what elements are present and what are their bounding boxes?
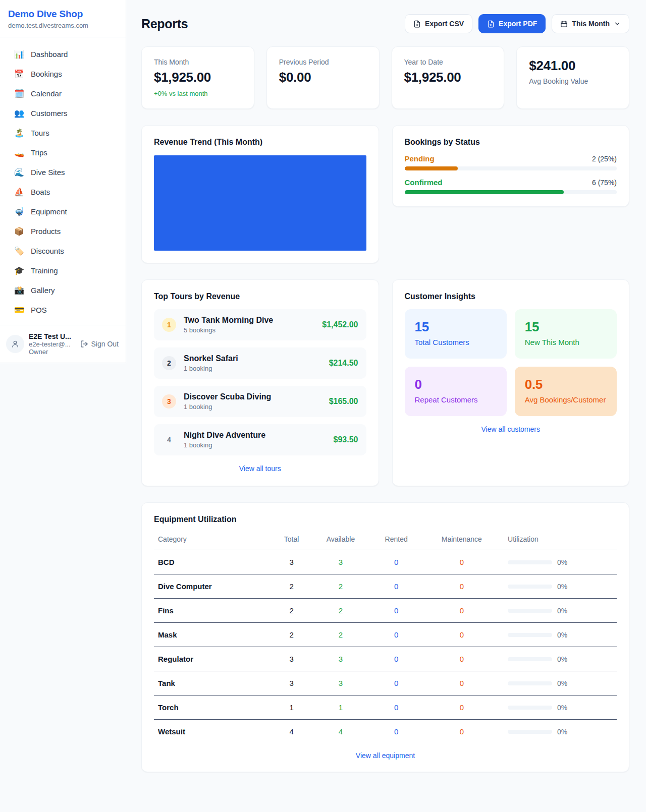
user-name: E2E Test U... [29, 332, 76, 340]
status-bar-fill [405, 166, 458, 170]
nav-item-icon: 🌊 [14, 167, 24, 177]
rank-badge: 1 [162, 318, 176, 332]
main-content: Reports Export CSV Export PDF This Month [126, 0, 646, 792]
cell-maintenance: 0 [422, 550, 502, 574]
sidebar-item[interactable]: 📸 Gallery [0, 280, 126, 300]
nav-item-icon: 👥 [14, 108, 24, 118]
column-header: Maintenance [422, 529, 502, 550]
column-header: Category [154, 529, 273, 550]
nav-item-label: Trips [31, 148, 47, 157]
sidebar-item[interactable]: ⛵ Boats [0, 182, 126, 202]
tour-list: 1 Two Tank Morning Dive 5 bookings $1,45… [154, 309, 366, 455]
insight-label: Avg Bookings/Customer [525, 395, 607, 404]
cell-category: Tank [154, 671, 273, 695]
export-pdf-button[interactable]: Export PDF [478, 14, 546, 33]
cell-utilization: 0% [557, 655, 567, 663]
sidebar-item[interactable]: 🏷️ Discounts [0, 241, 126, 261]
equipment-table: Category Total Available Rented Maintena… [154, 529, 617, 743]
sidebar-item[interactable]: 🤿 Equipment [0, 202, 126, 221]
nav-item-icon: ⛵ [14, 187, 24, 197]
bookings-status-card: Bookings by Status Pending 2 (25%) [392, 125, 630, 207]
tour-name: Night Dive Adventure [184, 431, 326, 440]
nav-item-label: Training [31, 266, 58, 275]
insight-value: 0 [415, 377, 497, 392]
nav-item-icon: 🏝️ [14, 128, 24, 138]
stat-label: This Month [154, 58, 242, 66]
nav-item-label: Bookings [31, 70, 62, 78]
sidebar-item[interactable]: 📊 Dashboard [0, 44, 126, 64]
cell-maintenance: 0 [422, 574, 502, 599]
equipment-table-body: BCD 3 3 0 0 0% [154, 550, 617, 744]
cell-utilization: 0% [557, 728, 567, 736]
nav-item-icon: 🎓 [14, 266, 24, 275]
user-icon [11, 339, 20, 349]
sidebar-item[interactable]: 📦 Products [0, 221, 126, 241]
cell-utilization: 0% [557, 558, 567, 566]
app-shell: Demo Dive Shop demo.test.divestreams.com… [0, 0, 646, 792]
cell-available: 4 [310, 720, 371, 744]
tour-row: 2 Snorkel Safari 1 booking $214.50 [154, 347, 366, 379]
tour-row: 3 Discover Scuba Diving 1 booking $165.0… [154, 386, 366, 417]
sign-out-button[interactable]: Sign Out [80, 340, 119, 348]
cell-rented: 0 [371, 599, 422, 623]
cell-maintenance: 0 [422, 671, 502, 695]
status-bar-fill [405, 190, 564, 194]
sidebar-item[interactable]: 💳 POS [0, 300, 126, 320]
period-select[interactable]: This Month [552, 14, 629, 33]
chevron-down-icon [614, 20, 621, 27]
tour-amount: $165.00 [329, 397, 358, 406]
status-bar-track [405, 190, 617, 194]
shop-name: Demo Dive Shop [8, 9, 118, 20]
cell-maintenance: 0 [422, 623, 502, 647]
nav-item-label: Calendar [31, 89, 62, 98]
utilization-bar [508, 633, 552, 637]
nav-item-icon: 📅 [14, 69, 24, 79]
insights-row: Top Tours by Revenue 1 Two Tank Morning … [141, 279, 629, 486]
cell-category: Regulator [154, 647, 273, 671]
nav-item-label: Gallery [31, 286, 55, 295]
nav-item-icon: 🚤 [14, 148, 24, 157]
cell-available: 2 [310, 623, 371, 647]
utilization-bar [508, 585, 552, 589]
stat-value: $241.00 [529, 58, 617, 74]
cell-total: 3 [273, 671, 310, 695]
revenue-trend-chart [154, 155, 366, 251]
utilization-bar [508, 609, 552, 613]
stat-delta: +0% vs last month [154, 90, 242, 97]
insight-tile: 0 Repeat Customers [405, 367, 507, 416]
view-all-tours-link[interactable]: View all tours [239, 465, 281, 473]
cell-available: 3 [310, 647, 371, 671]
top-tours-title: Top Tours by Revenue [154, 292, 366, 301]
status-list: Pending 2 (25%) Confirmed 6 (75%) [405, 154, 617, 194]
equipment-utilization-card: Equipment Utilization Category Total Ava… [141, 502, 629, 772]
status-row: Confirmed 6 (75%) [405, 178, 617, 194]
view-all-equipment-link[interactable]: View all equipment [356, 751, 415, 760]
nav-item-label: Dashboard [31, 50, 68, 59]
tour-row: 1 Two Tank Morning Dive 5 bookings $1,45… [154, 309, 366, 340]
sidebar: Demo Dive Shop demo.test.divestreams.com… [0, 0, 126, 363]
sidebar-item[interactable]: 🗓️ Calendar [0, 84, 126, 103]
user-panel: E2E Test U... e2e-tester@... Owner Sign … [0, 325, 126, 363]
cell-category: Dive Computer [154, 574, 273, 599]
insight-tiles: 15 Total Customers 15 New This Month 0 R… [405, 309, 617, 416]
sidebar-item[interactable]: 📅 Bookings [0, 64, 126, 84]
table-row: Regulator 3 3 0 0 0% [154, 647, 617, 671]
cell-rented: 0 [371, 720, 422, 744]
period-label: This Month [572, 20, 610, 28]
stat-label: Year to Date [404, 58, 492, 66]
export-csv-button[interactable]: Export CSV [405, 14, 472, 33]
brand: Demo Dive Shop demo.test.divestreams.com [0, 0, 126, 37]
nav-item-label: Dive Sites [31, 168, 65, 177]
page-title: Reports [141, 17, 188, 31]
nav-item-label: Discounts [31, 247, 64, 255]
cell-total: 2 [273, 599, 310, 623]
sidebar-item[interactable]: 🏝️ Tours [0, 123, 126, 143]
sidebar-item[interactable]: 👥 Customers [0, 103, 126, 123]
insight-tile: 15 New This Month [515, 309, 617, 359]
cell-available: 1 [310, 695, 371, 720]
insight-label: Total Customers [415, 338, 497, 346]
sidebar-item[interactable]: 🚤 Trips [0, 143, 126, 162]
sidebar-item[interactable]: 🌊 Dive Sites [0, 162, 126, 182]
sidebar-item[interactable]: 🎓 Training [0, 261, 126, 280]
view-all-customers-link[interactable]: View all customers [481, 425, 540, 433]
